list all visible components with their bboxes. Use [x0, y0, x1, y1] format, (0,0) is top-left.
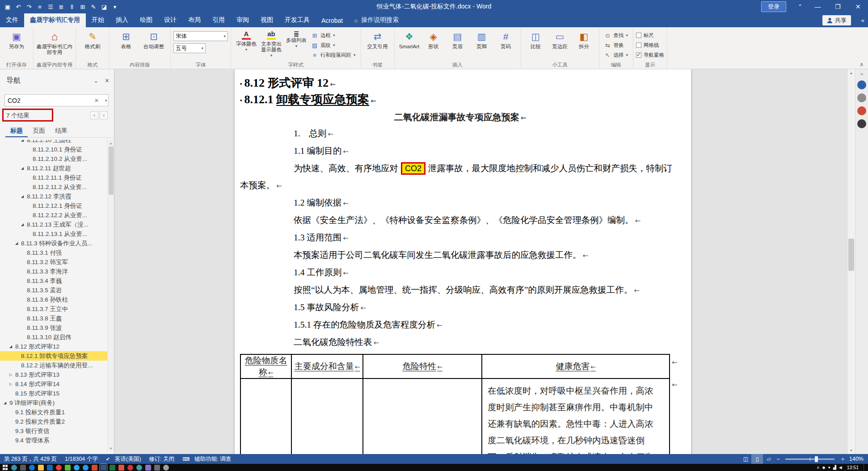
zoom-out-icon[interactable]: − [775, 456, 782, 463]
nav-heading-item[interactable]: 8.11.2.10.1 身份证 [0, 145, 107, 154]
notes-icon[interactable] [145, 465, 151, 471]
word-icon[interactable] [101, 465, 106, 471]
format-painter-button[interactable]: ✎ 格式刷 [79, 29, 106, 50]
nav-heading-item[interactable]: 8.11.3.5 孟岩 [0, 286, 107, 295]
replace-button[interactable]: ⇆替换 [602, 40, 631, 50]
ruler-checkbox[interactable]: 标尺 [636, 30, 664, 40]
minimize-button[interactable]: — [808, 0, 828, 13]
close-button[interactable]: ✕ [848, 0, 868, 13]
scroll-down-icon[interactable]: ▼ [847, 447, 855, 454]
nav-heading-item[interactable]: 8.11.2.12.1 身份证 [0, 201, 107, 210]
tab-home[interactable]: 开始 [86, 13, 110, 27]
nav-heading-item[interactable]: 8.11.3.2 韩宝军 [0, 257, 107, 267]
nav-scrollbar-thumb[interactable] [109, 147, 114, 195]
save-icon[interactable]: ▣ [3, 1, 13, 12]
table-icon[interactable]: ⊞ [78, 1, 88, 12]
nav-heading-item[interactable]: ◢8.12 形式评审12 [0, 342, 107, 351]
nav-heading-item[interactable]: ◢8.11.2.13 王成军（没... [0, 220, 107, 229]
tab-custom-xinshengyu[interactable]: 鑫晟宇标书汇专用 [24, 13, 86, 27]
collapse-ribbon-icon[interactable]: ∧ [860, 61, 864, 67]
nav-tab-headings[interactable]: 标题 [5, 126, 28, 137]
tab-layout[interactable]: 布局 [182, 13, 206, 27]
chrome-icon[interactable] [56, 465, 62, 471]
split-button[interactable]: ◧拆分 [572, 29, 596, 50]
align-icon-2[interactable]: ☰ [46, 1, 55, 12]
save-as-button[interactable]: ▣ 另存为 [3, 29, 30, 50]
restore-button[interactable]: ❐ [828, 0, 848, 13]
expand-triangle-icon[interactable]: ◢ [21, 223, 27, 227]
strip-collapse-icon[interactable]: « [860, 71, 863, 76]
document-scrollbar-thumb[interactable] [848, 239, 854, 271]
scroll-up-icon[interactable]: ▲ [847, 69, 855, 76]
nav-heading-item[interactable]: 8.11.3.3 李海洋 [0, 267, 107, 276]
store-icon[interactable] [47, 465, 53, 471]
tab-developer[interactable]: 开发工具 [279, 13, 316, 27]
show-desktop-button[interactable] [864, 464, 865, 471]
nav-heading-item[interactable]: 8.12.1 卸载专项应急预案 [0, 351, 107, 361]
tray-network-icon[interactable]: ▟ [833, 465, 836, 470]
auto-hide-ribbon-icon[interactable]: « [861, 17, 864, 24]
tab-insert[interactable]: 插入 [110, 13, 134, 27]
nav-heading-item[interactable]: 8.11.3.7 王立中 [0, 304, 107, 314]
document-page[interactable]: 8.12 形式评审 12 8.12.1 卸载专项应急预案 二氧化碳泄漏事故专项应… [235, 69, 691, 454]
web-layout-button[interactable]: ▱ [763, 454, 775, 464]
start-button[interactable] [3, 465, 8, 470]
collapse-triangle-icon[interactable]: ▷ [9, 373, 15, 377]
side-tool-icon-3[interactable] [857, 106, 866, 115]
document-scrollbar[interactable]: ▲ ▼ [847, 69, 855, 454]
nav-heading-item[interactable]: 8.12.2 运输车辆的使用登... [0, 361, 107, 370]
compare-button[interactable]: ◫比较 [524, 29, 548, 50]
line-spacing-button[interactable]: ≡行和段落间距▾ [309, 50, 358, 60]
accessibility-status[interactable]: 辅助功能: 调查 [190, 455, 235, 463]
taskview-icon[interactable] [20, 465, 26, 471]
tray-chevron-icon[interactable]: ∧ [817, 465, 820, 470]
nav-heading-item[interactable]: ◢8.11.2.11 赵世超 [0, 164, 107, 173]
music-icon[interactable] [127, 465, 133, 471]
taskbar-clock[interactable]: 13:51 [845, 465, 860, 470]
nav-heading-item[interactable]: 8.11.2.12.2 从业资... [0, 210, 107, 220]
nav-heading-item[interactable]: 9.3 银行资信 [0, 426, 107, 436]
collapse-triangle-icon[interactable]: ▷ [9, 382, 15, 386]
font-size-combobox[interactable]: 五号 ▾ [173, 43, 206, 53]
page-indicator[interactable]: 第 263 页，共 429 页 [0, 455, 61, 463]
navigation-pane-checkbox-box[interactable] [636, 52, 641, 58]
clear-search-icon[interactable]: ✕ [91, 97, 102, 104]
nav-heading-item[interactable]: ◢8.11.3 特种设备作业人员... [0, 239, 107, 248]
scroll-down-icon[interactable]: ▼ [108, 445, 114, 451]
qat-more-icon[interactable]: ▾ [110, 1, 120, 12]
shapes-button[interactable]: ◈形状 [421, 29, 446, 50]
tray-app-icon-2[interactable]: ● [828, 465, 830, 470]
wechat-icon[interactable] [65, 465, 71, 471]
select-button[interactable]: ↖选择▾ [602, 50, 631, 60]
align-icon-1[interactable]: ≡ [35, 1, 45, 12]
nav-tab-results[interactable]: 结果 [50, 126, 72, 137]
gridlines-checkbox-box[interactable] [636, 42, 641, 48]
nav-heading-item[interactable]: 8.11.2.11.1 身份证 [0, 173, 107, 182]
text-highlight-color-button[interactable]: ab文本突出显示颜色▾ [259, 29, 284, 59]
multilevel-list-button[interactable]: ≣多级列表▾ [284, 29, 309, 59]
browser-icon[interactable] [136, 465, 142, 471]
tab-references[interactable]: 引用 [206, 13, 231, 27]
font-color-button[interactable]: A字体颜色▾ [234, 29, 259, 59]
nav-heading-item[interactable]: 8.11.3.1 付强 [0, 248, 107, 257]
navigation-pane-checkbox[interactable]: 导航窗格 [636, 50, 664, 60]
edge-icon[interactable] [29, 465, 35, 471]
search-icon[interactable] [11, 465, 17, 471]
nav-heading-item[interactable]: 8.11.3.6 孙铁柱 [0, 295, 107, 304]
file-explorer-icon[interactable] [38, 465, 44, 471]
border-button[interactable]: ⊞边框▾ [309, 30, 358, 40]
zoom-percentage[interactable]: 140% [847, 456, 868, 462]
nav-heading-item[interactable]: 9.2 投标文件质量2 [0, 417, 107, 426]
nav-scrollbar[interactable]: ▲ ▼ [107, 140, 114, 451]
expand-triangle-icon[interactable]: ◢ [4, 401, 9, 405]
header-button[interactable]: ▤页眉 [446, 29, 470, 50]
tab-file[interactable]: 文件 [0, 13, 24, 27]
mail-icon[interactable] [92, 465, 97, 471]
read-mode-button[interactable]: ◫ [740, 454, 751, 464]
table-button[interactable]: ⊞ 表格 [112, 29, 140, 50]
zoom-slider[interactable] [785, 458, 834, 460]
shading-button[interactable]: ▨底纹▾ [309, 40, 358, 50]
internal-template-button[interactable]: ⌂ 鑫晟宇标书汇内部专用 [36, 29, 73, 55]
nav-options-chevron-icon[interactable]: ⌄ [93, 77, 98, 84]
zoom-in-icon[interactable]: ＋ [838, 455, 847, 463]
